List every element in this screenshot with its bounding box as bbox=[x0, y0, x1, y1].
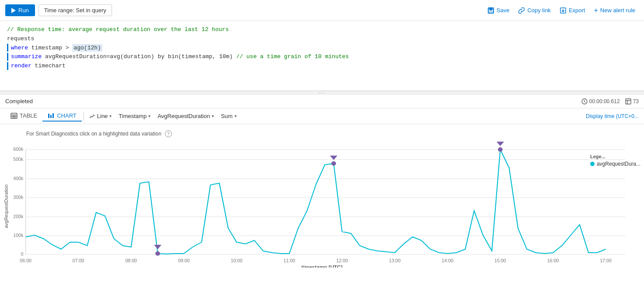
copy-link-icon bbox=[518, 7, 525, 14]
svg-text:16:00: 16:00 bbox=[547, 258, 559, 263]
copy-link-label: Copy link bbox=[527, 7, 550, 14]
tab-table[interactable]: TABLE bbox=[5, 111, 42, 122]
play-icon bbox=[11, 8, 16, 13]
svg-text:15:00: 15:00 bbox=[494, 258, 506, 263]
anomaly-marker-low1[interactable] bbox=[154, 245, 161, 249]
render-keyword: render bbox=[11, 63, 32, 69]
legend-dot bbox=[590, 162, 595, 166]
results-bar: Completed 00:00:00.612 73 bbox=[0, 94, 644, 108]
timestamp-label: Timestamp bbox=[119, 113, 147, 119]
table-tab-label: TABLE bbox=[20, 112, 37, 119]
new-alert-button[interactable]: + New alert rule bbox=[590, 5, 639, 16]
export-label: Export bbox=[569, 7, 585, 14]
query-line-summarize: summarize avgRequestDuration=avg(duratio… bbox=[7, 52, 637, 62]
svg-rect-4 bbox=[48, 114, 49, 118]
export-button[interactable]: Export bbox=[556, 5, 589, 16]
copy-link-button[interactable]: Copy link bbox=[514, 5, 554, 16]
svg-text:10:00: 10:00 bbox=[231, 258, 242, 263]
svg-text:12:00: 12:00 bbox=[336, 258, 348, 263]
avg-request-dropdown[interactable]: AvgRequestDuration ▾ bbox=[154, 111, 217, 121]
legend-label: avgRequestDura... bbox=[597, 161, 640, 167]
svg-text:06:00: 06:00 bbox=[20, 258, 32, 263]
summarize-keyword: summarize bbox=[11, 53, 42, 60]
results-right: 00:00:00.612 73 bbox=[581, 98, 639, 104]
svg-text:13:00: 13:00 bbox=[389, 258, 401, 263]
svg-text:avgRequestDuration: avgRequestDuration bbox=[4, 184, 9, 228]
query-line-render: render timechart bbox=[7, 62, 637, 71]
line-label: Line bbox=[97, 113, 108, 119]
time-range-label: Time range: Set in query bbox=[44, 7, 106, 14]
tab-chart[interactable]: CHART bbox=[42, 111, 82, 122]
legend-item-avg: avgRequestDura... bbox=[590, 161, 640, 167]
render-rest: timechart bbox=[32, 63, 66, 69]
line-chevron: ▾ bbox=[109, 114, 112, 118]
run-button[interactable]: Run bbox=[5, 4, 35, 16]
avg-chevron: ▾ bbox=[212, 114, 214, 118]
avg-label: AvgRequestDuration bbox=[158, 113, 210, 119]
export-icon bbox=[560, 7, 567, 14]
chart-tab-icon bbox=[48, 113, 55, 119]
sum-label: Sum bbox=[221, 113, 233, 119]
line-bar-3 bbox=[7, 62, 8, 70]
summarize-rest: avgRequestDuration=avg(duration) by bin(… bbox=[42, 53, 349, 60]
resize-handle[interactable]: ··· bbox=[0, 91, 644, 94]
query-line-requests: requests bbox=[7, 35, 637, 44]
anomaly-dot-low1[interactable] bbox=[155, 251, 160, 256]
resize-dots: ··· bbox=[318, 90, 326, 96]
new-alert-label: New alert rule bbox=[600, 7, 635, 14]
legend-area: Lege... avgRequestDura... bbox=[590, 154, 640, 167]
chart-line[interactable] bbox=[26, 149, 606, 254]
table-icon bbox=[625, 98, 631, 104]
run-label: Run bbox=[18, 7, 29, 14]
save-icon bbox=[487, 7, 494, 14]
svg-text:600k: 600k bbox=[13, 147, 24, 152]
requests-text: requests bbox=[7, 35, 34, 42]
svg-rect-3 bbox=[11, 113, 17, 118]
tab-divider bbox=[84, 112, 84, 121]
svg-rect-5 bbox=[50, 115, 52, 118]
svg-rect-6 bbox=[52, 113, 54, 118]
svg-text:100k: 100k bbox=[13, 233, 24, 238]
time-range-button[interactable]: Time range: Set in query bbox=[38, 4, 112, 16]
svg-text:300k: 300k bbox=[13, 195, 24, 200]
info-icon[interactable]: ? bbox=[165, 130, 172, 137]
sum-dropdown[interactable]: Sum ▾ bbox=[217, 111, 240, 121]
plus-icon: + bbox=[594, 7, 598, 14]
query-line-where: where timestamp > ago(12h) bbox=[7, 44, 637, 53]
status-label: Completed bbox=[5, 98, 33, 104]
display-time-label: Display time (UTC+0... bbox=[586, 113, 639, 119]
svg-text:07:00: 07:00 bbox=[73, 258, 84, 263]
chart-area: For Smart Diagnostics click on a highlig… bbox=[0, 124, 644, 291]
sum-chevron: ▾ bbox=[234, 114, 237, 118]
svg-text:timestamp [UTC]: timestamp [UTC] bbox=[301, 264, 343, 268]
rowcount-icon-group: 73 bbox=[625, 98, 639, 104]
svg-text:17:00: 17:00 bbox=[600, 258, 612, 263]
save-label: Save bbox=[497, 7, 510, 14]
anomaly-dot-high1[interactable] bbox=[331, 161, 336, 166]
line-bar-1 bbox=[7, 44, 8, 52]
anomaly-dot-high2[interactable] bbox=[498, 147, 503, 152]
timestamp-dropdown[interactable]: Timestamp ▾ bbox=[115, 111, 154, 121]
table-tab-icon bbox=[10, 113, 18, 119]
svg-text:200k: 200k bbox=[13, 214, 24, 219]
line-dropdown[interactable]: Line ▾ bbox=[86, 111, 116, 121]
clock-icon bbox=[581, 98, 588, 104]
where-keyword: where bbox=[11, 45, 28, 51]
chart-container: Lege... avgRequestDura... avgRequestDura… bbox=[0, 141, 644, 268]
toolbar-right: Save Copy link Export + New alert rule bbox=[484, 5, 639, 16]
row-count-value: 73 bbox=[633, 98, 639, 104]
line-bar-2 bbox=[7, 53, 8, 61]
comment-line: // Response time: average request durati… bbox=[7, 25, 637, 35]
svg-text:11:00: 11:00 bbox=[284, 258, 295, 263]
duration-value: 00:00:00.612 bbox=[589, 98, 620, 104]
comment-text: // Response time: average request durati… bbox=[7, 26, 229, 33]
where-rest: timestamp > ago(12h) bbox=[28, 44, 102, 52]
svg-text:400k: 400k bbox=[13, 176, 24, 181]
svg-text:09:00: 09:00 bbox=[178, 258, 190, 263]
query-editor[interactable]: // Response time: average request durati… bbox=[0, 21, 644, 91]
anomaly-marker-high2[interactable] bbox=[497, 142, 504, 146]
save-button[interactable]: Save bbox=[484, 5, 513, 16]
view-tabs: TABLE CHART Line ▾ Timestamp ▾ AvgReques… bbox=[0, 108, 644, 124]
chart-tab-label: CHART bbox=[57, 112, 77, 119]
toolbar: Run Time range: Set in query Save Copy l… bbox=[0, 0, 644, 21]
